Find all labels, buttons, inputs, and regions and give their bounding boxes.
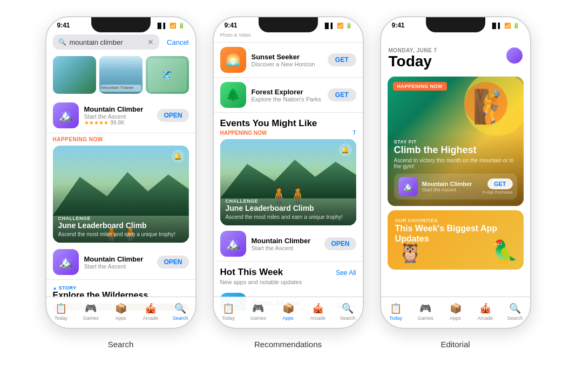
search-tab-label-rec: Search	[340, 315, 356, 321]
event-title-rec: June Leaderboard Climb	[226, 204, 351, 213]
event-open-button-search[interactable]: OPEN	[157, 256, 188, 269]
tab-apps-rec[interactable]: 📦 Apps	[273, 302, 303, 321]
tab-today-search[interactable]: 📋 Today	[46, 302, 76, 321]
search-tab-icon-active: 🔍	[174, 302, 186, 314]
tab-search-search[interactable]: 🔍 Search	[165, 302, 195, 321]
notch	[91, 17, 151, 32]
today-tab-label-active-ed: Today	[389, 315, 402, 321]
tab-search-rec[interactable]: 🔍 Search	[333, 302, 362, 321]
get-button-forest[interactable]: GET	[328, 88, 356, 101]
search-phone-section: 9:41 ▐▌▌ 📶 🔋 🔍 mountain climber	[45, 16, 196, 349]
get-button-featured-ed[interactable]: GET	[487, 178, 513, 189]
battery-icon-ed: 🔋	[513, 23, 519, 29]
games-tab-icon-rec: 🎮	[252, 302, 264, 314]
arcade-tab-icon-rec: 🎪	[312, 302, 324, 314]
tab-arcade-rec[interactable]: 🎪 Arcade	[303, 302, 333, 321]
event-app-name-rec: Mountain Climber	[252, 237, 320, 245]
avatar-ed[interactable]	[506, 47, 523, 64]
search-bar[interactable]: 🔍 mountain climber ✕	[53, 35, 160, 50]
search-tab-label-ed: Search	[507, 315, 523, 321]
signal-icon-rec: ▐▌▌	[323, 23, 334, 29]
search-clear-icon[interactable]: ✕	[147, 38, 154, 46]
search-phone-inner: 9:41 ▐▌▌ 📶 🔋 🔍 mountain climber	[46, 17, 195, 328]
today-header-ed: MONDAY, JUNE 7 Today	[381, 31, 530, 73]
favorites-card-ed[interactable]: OUR FAVORITES This Week's Biggest App Up…	[388, 210, 524, 270]
rec-scroll-area: Photo & Video 🌅 Sunset Seeker Discover a…	[214, 31, 363, 311]
tab-search-ed[interactable]: 🔍 Search	[500, 302, 530, 321]
app-subtitle-sunset: Discover a New Horizon	[252, 61, 322, 67]
wifi-icon-ed: 📶	[504, 23, 511, 29]
event-app-row-rec[interactable]: 🏔️ Mountain Climber Start the Ascent OPE…	[214, 226, 363, 262]
editorial-phone-section: 9:41 ▐▌▌ 📶 🔋 MONDAY, JUNE 7 Today	[380, 16, 531, 349]
recommendations-phone-frame: 9:41 ▐▌▌ 📶 🔋 Photo & Video 🌅	[213, 16, 364, 329]
app-name-sunset: Sunset Seeker	[252, 53, 322, 61]
event-app-name-search: Mountain Climber	[84, 255, 152, 263]
games-tab-label: Games	[83, 315, 99, 321]
featured-category-ed: STAY FIT	[394, 139, 517, 145]
event-app-icon-rec: 🏔️	[220, 231, 246, 257]
event-card-search[interactable]: 🧍🧍 🔔 CHALLENGE June Leaderboard Climb As…	[53, 146, 189, 243]
suggestion-card-2[interactable]: Mountain Trainer	[99, 56, 143, 94]
suggestion-card-1[interactable]	[53, 56, 96, 94]
apps-tab-label-active-rec: Apps	[282, 315, 294, 321]
open-button-mountain[interactable]: OPEN	[157, 109, 188, 122]
status-time-rec: 9:41	[225, 22, 238, 29]
suggestion-card-3[interactable]: 🗺️	[146, 56, 189, 94]
editorial-phone-label: Editorial	[441, 340, 470, 349]
tab-apps-search[interactable]: 📦 Apps	[106, 302, 135, 321]
editorial-phone-inner: 9:41 ▐▌▌ 📶 🔋 MONDAY, JUNE 7 Today	[381, 17, 530, 328]
app-name-forest: Forest Explorer	[252, 88, 322, 96]
featured-app-row-ed[interactable]: 🏔️ Mountain Climber Start the Ascent GET…	[394, 174, 517, 200]
today-tab-icon-rec: 📋	[222, 302, 234, 314]
tab-arcade-search[interactable]: 🎪 Arcade	[135, 302, 165, 321]
app-result-forest[interactable]: 🌲 Forest Explorer Explore the Nation's P…	[214, 78, 363, 113]
event-desc-rec: Ascend the most miles and earn a unique …	[226, 214, 351, 220]
hot-see-all[interactable]: See All	[336, 269, 356, 277]
arcade-tab-icon-ed: 🎪	[479, 302, 491, 314]
bell-icon-search[interactable]: 🔔	[172, 150, 185, 163]
app-info-mountain: Mountain Climber Start the Ascent ★★★★★ …	[84, 105, 152, 126]
tab-today-rec[interactable]: 📋 Today	[214, 302, 243, 321]
tab-arcade-ed[interactable]: 🎪 Arcade	[470, 302, 500, 321]
event-type-search: CHALLENGE	[58, 216, 184, 221]
event-open-button-rec[interactable]: OPEN	[324, 237, 356, 250]
recommendations-phone-inner: 9:41 ▐▌▌ 📶 🔋 Photo & Video 🌅	[214, 17, 363, 328]
tab-games-rec[interactable]: 🎮 Games	[243, 302, 273, 321]
app-result-sunset[interactable]: 🌅 Sunset Seeker Discover a New Horizon G…	[214, 43, 363, 78]
event-card-rec[interactable]: 🧍🧍 🔔 CHALLENGE June Leaderboard Climb As…	[220, 139, 356, 225]
featured-card-ed[interactable]: 🧗 HAPPENING NOW STAY FIT Climb the Highe…	[388, 77, 524, 206]
today-tab-label-rec: Today	[222, 315, 235, 321]
notch-ed	[426, 17, 485, 32]
search-cancel-button[interactable]: Cancel	[167, 38, 188, 46]
app-icon-forest-explorer: 🌲	[220, 82, 246, 108]
happening-now-label-rec: HAPPENING NOW	[220, 130, 267, 136]
tab-games-ed[interactable]: 🎮 Games	[411, 302, 441, 321]
featured-app-icon-ed: 🏔️	[398, 177, 418, 196]
our-favorites-label-ed: OUR FAVORITES	[395, 218, 516, 223]
in-app-label-ed: In-App Purchases	[483, 190, 513, 194]
app-subtitle-forest: Explore the Nation's Parks	[252, 96, 322, 102]
apps-tab-icon-active-rec: 📦	[282, 302, 294, 314]
event-card-overlay-search: CHALLENGE June Leaderboard Climb Ascend …	[53, 210, 189, 243]
tab-games-search[interactable]: 🎮 Games	[76, 302, 106, 321]
notch-rec	[259, 17, 318, 32]
glasses-figure-ed: 🦉	[398, 242, 422, 264]
arcade-tab-label-rec: Arcade	[310, 315, 326, 321]
happening-now-badge-ed: HAPPENING NOW	[393, 82, 448, 91]
story-label: STORY	[53, 285, 189, 291]
apps-tab-label-ed: Apps	[450, 315, 461, 321]
event-app-row-search[interactable]: 🏔️ Mountain Climber Start the Ascent OPE…	[46, 245, 195, 280]
tab-apps-ed[interactable]: 📦 Apps	[441, 302, 470, 321]
search-magnifier-icon: 🔍	[58, 38, 66, 46]
get-button-sunset[interactable]: GET	[328, 53, 356, 66]
tab-today-ed[interactable]: 📋 Today	[381, 302, 411, 321]
featured-app-info-ed: Mountain Climber Start the Ascent	[422, 181, 478, 192]
status-icons-rec: ▐▌▌ 📶 🔋	[323, 23, 351, 29]
search-tab-icon-ed: 🔍	[509, 302, 521, 314]
arcade-tab-icon: 🎪	[145, 302, 157, 314]
featured-app-sub-ed: Start the Ascent	[422, 187, 478, 192]
apps-tab-icon-ed: 📦	[450, 302, 462, 314]
app-result-mountain[interactable]: 🏔️ Mountain Climber Start the Ascent ★★★…	[46, 98, 195, 133]
bell-icon-rec[interactable]: 🔔	[339, 143, 352, 156]
see-all-events[interactable]: T	[353, 130, 356, 136]
